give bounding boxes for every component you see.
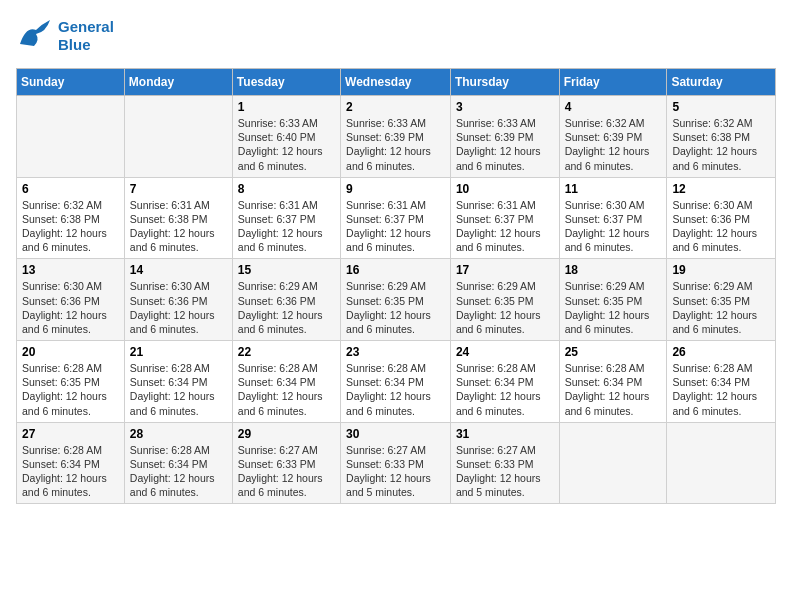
day-number: 8	[238, 182, 335, 196]
day-info: Sunrise: 6:32 AM Sunset: 6:38 PM Dayligh…	[22, 198, 119, 255]
day-info: Sunrise: 6:31 AM Sunset: 6:37 PM Dayligh…	[346, 198, 445, 255]
day-info: Sunrise: 6:28 AM Sunset: 6:34 PM Dayligh…	[130, 443, 227, 500]
calendar-cell	[17, 96, 125, 178]
day-info: Sunrise: 6:32 AM Sunset: 6:38 PM Dayligh…	[672, 116, 770, 173]
calendar-cell: 4Sunrise: 6:32 AM Sunset: 6:39 PM Daylig…	[559, 96, 667, 178]
calendar-cell: 24Sunrise: 6:28 AM Sunset: 6:34 PM Dayli…	[450, 341, 559, 423]
calendar-cell: 2Sunrise: 6:33 AM Sunset: 6:39 PM Daylig…	[341, 96, 451, 178]
day-info: Sunrise: 6:27 AM Sunset: 6:33 PM Dayligh…	[346, 443, 445, 500]
day-number: 24	[456, 345, 554, 359]
day-info: Sunrise: 6:29 AM Sunset: 6:35 PM Dayligh…	[346, 279, 445, 336]
day-info: Sunrise: 6:30 AM Sunset: 6:36 PM Dayligh…	[22, 279, 119, 336]
calendar-cell: 23Sunrise: 6:28 AM Sunset: 6:34 PM Dayli…	[341, 341, 451, 423]
calendar-cell: 1Sunrise: 6:33 AM Sunset: 6:40 PM Daylig…	[232, 96, 340, 178]
calendar-cell	[667, 422, 776, 504]
day-number: 7	[130, 182, 227, 196]
calendar-cell: 12Sunrise: 6:30 AM Sunset: 6:36 PM Dayli…	[667, 177, 776, 259]
calendar-header: SundayMondayTuesdayWednesdayThursdayFrid…	[17, 69, 776, 96]
logo: General Blue	[16, 16, 114, 56]
day-info: Sunrise: 6:33 AM Sunset: 6:40 PM Dayligh…	[238, 116, 335, 173]
day-info: Sunrise: 6:29 AM Sunset: 6:35 PM Dayligh…	[565, 279, 662, 336]
weekday-header-monday: Monday	[124, 69, 232, 96]
day-number: 9	[346, 182, 445, 196]
weekday-header-tuesday: Tuesday	[232, 69, 340, 96]
weekday-header-sunday: Sunday	[17, 69, 125, 96]
calendar-cell: 21Sunrise: 6:28 AM Sunset: 6:34 PM Dayli…	[124, 341, 232, 423]
calendar-cell: 17Sunrise: 6:29 AM Sunset: 6:35 PM Dayli…	[450, 259, 559, 341]
day-info: Sunrise: 6:33 AM Sunset: 6:39 PM Dayligh…	[456, 116, 554, 173]
calendar-cell: 14Sunrise: 6:30 AM Sunset: 6:36 PM Dayli…	[124, 259, 232, 341]
day-number: 21	[130, 345, 227, 359]
page-header: General Blue	[16, 16, 776, 56]
calendar-cell: 29Sunrise: 6:27 AM Sunset: 6:33 PM Dayli…	[232, 422, 340, 504]
calendar-cell: 11Sunrise: 6:30 AM Sunset: 6:37 PM Dayli…	[559, 177, 667, 259]
day-info: Sunrise: 6:31 AM Sunset: 6:37 PM Dayligh…	[456, 198, 554, 255]
day-info: Sunrise: 6:28 AM Sunset: 6:35 PM Dayligh…	[22, 361, 119, 418]
day-info: Sunrise: 6:28 AM Sunset: 6:34 PM Dayligh…	[22, 443, 119, 500]
day-number: 4	[565, 100, 662, 114]
calendar-cell: 9Sunrise: 6:31 AM Sunset: 6:37 PM Daylig…	[341, 177, 451, 259]
day-number: 27	[22, 427, 119, 441]
day-info: Sunrise: 6:29 AM Sunset: 6:35 PM Dayligh…	[672, 279, 770, 336]
day-info: Sunrise: 6:30 AM Sunset: 6:36 PM Dayligh…	[130, 279, 227, 336]
calendar-cell: 28Sunrise: 6:28 AM Sunset: 6:34 PM Dayli…	[124, 422, 232, 504]
calendar-cell: 22Sunrise: 6:28 AM Sunset: 6:34 PM Dayli…	[232, 341, 340, 423]
weekday-header-friday: Friday	[559, 69, 667, 96]
calendar-cell: 6Sunrise: 6:32 AM Sunset: 6:38 PM Daylig…	[17, 177, 125, 259]
calendar-week-3: 13Sunrise: 6:30 AM Sunset: 6:36 PM Dayli…	[17, 259, 776, 341]
day-number: 26	[672, 345, 770, 359]
day-number: 17	[456, 263, 554, 277]
weekday-header-saturday: Saturday	[667, 69, 776, 96]
day-number: 6	[22, 182, 119, 196]
day-info: Sunrise: 6:28 AM Sunset: 6:34 PM Dayligh…	[565, 361, 662, 418]
calendar-cell: 20Sunrise: 6:28 AM Sunset: 6:35 PM Dayli…	[17, 341, 125, 423]
day-number: 29	[238, 427, 335, 441]
calendar-table: SundayMondayTuesdayWednesdayThursdayFrid…	[16, 68, 776, 504]
day-number: 25	[565, 345, 662, 359]
day-number: 19	[672, 263, 770, 277]
calendar-cell	[124, 96, 232, 178]
calendar-week-5: 27Sunrise: 6:28 AM Sunset: 6:34 PM Dayli…	[17, 422, 776, 504]
day-number: 11	[565, 182, 662, 196]
day-info: Sunrise: 6:31 AM Sunset: 6:38 PM Dayligh…	[130, 198, 227, 255]
day-number: 1	[238, 100, 335, 114]
day-number: 14	[130, 263, 227, 277]
day-number: 18	[565, 263, 662, 277]
weekday-header-wednesday: Wednesday	[341, 69, 451, 96]
calendar-cell: 19Sunrise: 6:29 AM Sunset: 6:35 PM Dayli…	[667, 259, 776, 341]
day-number: 12	[672, 182, 770, 196]
calendar-cell: 25Sunrise: 6:28 AM Sunset: 6:34 PM Dayli…	[559, 341, 667, 423]
day-info: Sunrise: 6:28 AM Sunset: 6:34 PM Dayligh…	[130, 361, 227, 418]
day-info: Sunrise: 6:28 AM Sunset: 6:34 PM Dayligh…	[238, 361, 335, 418]
calendar-cell: 30Sunrise: 6:27 AM Sunset: 6:33 PM Dayli…	[341, 422, 451, 504]
day-info: Sunrise: 6:30 AM Sunset: 6:37 PM Dayligh…	[565, 198, 662, 255]
day-info: Sunrise: 6:27 AM Sunset: 6:33 PM Dayligh…	[238, 443, 335, 500]
day-number: 22	[238, 345, 335, 359]
calendar-week-4: 20Sunrise: 6:28 AM Sunset: 6:35 PM Dayli…	[17, 341, 776, 423]
calendar-cell: 16Sunrise: 6:29 AM Sunset: 6:35 PM Dayli…	[341, 259, 451, 341]
calendar-cell: 31Sunrise: 6:27 AM Sunset: 6:33 PM Dayli…	[450, 422, 559, 504]
calendar-cell: 15Sunrise: 6:29 AM Sunset: 6:36 PM Dayli…	[232, 259, 340, 341]
day-info: Sunrise: 6:33 AM Sunset: 6:39 PM Dayligh…	[346, 116, 445, 173]
logo-bird-icon	[16, 16, 52, 52]
calendar-cell	[559, 422, 667, 504]
day-info: Sunrise: 6:29 AM Sunset: 6:36 PM Dayligh…	[238, 279, 335, 336]
day-info: Sunrise: 6:28 AM Sunset: 6:34 PM Dayligh…	[346, 361, 445, 418]
day-info: Sunrise: 6:28 AM Sunset: 6:34 PM Dayligh…	[672, 361, 770, 418]
calendar-cell: 18Sunrise: 6:29 AM Sunset: 6:35 PM Dayli…	[559, 259, 667, 341]
calendar-week-1: 1Sunrise: 6:33 AM Sunset: 6:40 PM Daylig…	[17, 96, 776, 178]
calendar-cell: 3Sunrise: 6:33 AM Sunset: 6:39 PM Daylig…	[450, 96, 559, 178]
logo-blue: Blue	[58, 36, 114, 54]
day-number: 13	[22, 263, 119, 277]
calendar-cell: 27Sunrise: 6:28 AM Sunset: 6:34 PM Dayli…	[17, 422, 125, 504]
calendar-cell: 5Sunrise: 6:32 AM Sunset: 6:38 PM Daylig…	[667, 96, 776, 178]
day-info: Sunrise: 6:32 AM Sunset: 6:39 PM Dayligh…	[565, 116, 662, 173]
day-info: Sunrise: 6:28 AM Sunset: 6:34 PM Dayligh…	[456, 361, 554, 418]
calendar-week-2: 6Sunrise: 6:32 AM Sunset: 6:38 PM Daylig…	[17, 177, 776, 259]
day-number: 10	[456, 182, 554, 196]
calendar-cell: 8Sunrise: 6:31 AM Sunset: 6:37 PM Daylig…	[232, 177, 340, 259]
day-number: 5	[672, 100, 770, 114]
day-number: 31	[456, 427, 554, 441]
day-number: 28	[130, 427, 227, 441]
day-number: 20	[22, 345, 119, 359]
